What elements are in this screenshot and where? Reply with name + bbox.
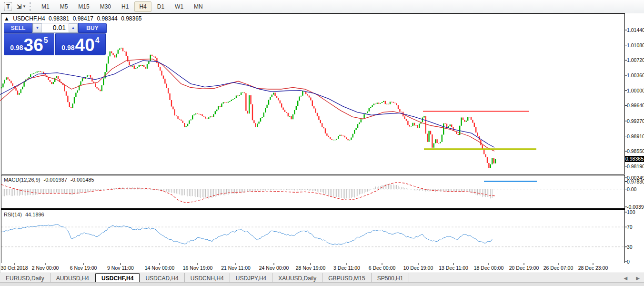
top-toolbar: T ⇲ ▼ M1M5M15M30H1H4D1W1MN bbox=[0, 0, 644, 13]
chart-tab-sp500-h1[interactable]: SP500,H1 bbox=[372, 273, 410, 283]
buy-price-small: 0.98 bbox=[61, 44, 74, 51]
collapse-triangle-icon[interactable]: ▲ bbox=[4, 15, 10, 22]
volume-increase-icon[interactable]: ▲ bbox=[69, 23, 78, 32]
chart-tab-usdchf-h4[interactable]: USDCHF,H4 bbox=[95, 273, 140, 283]
buy-price-big: 40 bbox=[75, 36, 95, 55]
tabs-holder: EURUSD,DailyAUDUSD,H4USDCHF,H4USDCAD,H4U… bbox=[0, 273, 409, 283]
timeframe-button-h1[interactable]: H1 bbox=[117, 1, 133, 12]
price-axis-label: 0.99640 bbox=[627, 102, 644, 108]
arrows-tool-icon[interactable]: ⇲ ▼ bbox=[16, 2, 27, 11]
sell-price-big: 36 bbox=[24, 36, 43, 55]
chart-symbol-period: USDCHF,H4 bbox=[13, 15, 45, 22]
volume-stepper: ▼ 0.01 ▲ bbox=[32, 23, 78, 33]
date-axis-label: 26 Dec 07:00 bbox=[543, 265, 573, 271]
date-axis-label: 20 Dec 19:00 bbox=[509, 265, 539, 271]
rsi-axis-label: 70 bbox=[627, 224, 633, 230]
date-axis-label: 13 Dec 11:00 bbox=[439, 265, 468, 271]
chart-tab-audusd-h4[interactable]: AUDUSD,H4 bbox=[50, 273, 95, 283]
sell-price-small: 0.98 bbox=[10, 44, 23, 51]
date-axis-label: 28 Dec 23:00 bbox=[578, 265, 608, 271]
rsi-value: 44.1896 bbox=[25, 212, 44, 217]
date-axis-label: 2 Nov 00:00 bbox=[32, 265, 59, 271]
sell-price-box[interactable]: 0.98 36 5 bbox=[4, 33, 54, 55]
date-axis-label: 10 Dec 19:00 bbox=[403, 265, 433, 271]
tab-scroll-left-icon[interactable]: ◀ bbox=[620, 276, 632, 281]
buy-price-box[interactable]: 0.98 40 4 bbox=[55, 33, 106, 55]
rsi-axis-label: 30 bbox=[627, 244, 633, 250]
price-axis-label: 1.00360 bbox=[627, 72, 644, 78]
date-axis-label: 3 Dec 11:00 bbox=[333, 265, 360, 271]
date-axis-label: 6 Nov 19:00 bbox=[70, 265, 97, 271]
buy-price-sup: 4 bbox=[95, 36, 100, 45]
chart-tab-usdcnh-h4[interactable]: USDCNH,H4 bbox=[185, 273, 230, 283]
chart-tab-xauusd-daily[interactable]: XAUUSD,Daily bbox=[272, 273, 322, 283]
date-axis-label: 16 Nov 19:00 bbox=[183, 265, 212, 271]
ohlc-high: 0.98417 bbox=[73, 15, 93, 22]
timeframe-button-d1[interactable]: D1 bbox=[152, 1, 169, 12]
timeframe-button-m5[interactable]: M5 bbox=[55, 1, 73, 12]
current-price-tag: 0.98365 bbox=[625, 156, 644, 162]
date-axis-label: 21 Nov 11:00 bbox=[221, 265, 251, 271]
volume-decrease-icon[interactable]: ▼ bbox=[33, 23, 42, 32]
timeframe-button-m15[interactable]: M15 bbox=[73, 1, 94, 12]
date-axis-label: 30 Oct 2018 bbox=[0, 265, 28, 271]
text-tool-icon[interactable]: T bbox=[3, 2, 13, 11]
price-scale-column[interactable] bbox=[625, 13, 644, 276]
one-click-trading-panel: SELL ▼ 0.01 ▲ BUY 0.98 36 5 0.98 40 4 bbox=[4, 23, 107, 55]
macd-value-signal: -0.001485 bbox=[70, 177, 94, 183]
timeframe-group: M1M5M15M30H1H4D1W1MN bbox=[36, 1, 208, 12]
date-axis-label: 18 Dec 00:00 bbox=[474, 265, 503, 271]
tab-scroll-right-icon[interactable]: ▶ bbox=[632, 276, 644, 281]
mt4-terminal-window: { "toolbar": { "text_tool_label": "T", "… bbox=[0, 0, 644, 286]
price-axis-label: 1.00000 bbox=[627, 88, 644, 93]
status-bar bbox=[0, 282, 644, 286]
price-axis-label: 0.98190 bbox=[627, 163, 644, 169]
chart-tab-eurusd-daily[interactable]: EURUSD,Daily bbox=[0, 273, 50, 283]
chevron-down-icon: ▼ bbox=[22, 4, 26, 9]
chart-tab-usdjpy-h4[interactable]: USDJPY,H4 bbox=[230, 273, 272, 283]
macd-label: MACD(12,26,9) bbox=[4, 177, 40, 183]
sell-price-sup: 5 bbox=[44, 36, 48, 45]
macd-value-main: -0.001937 bbox=[43, 177, 67, 183]
macd-label-row: MACD(12,26,9) -0.001937 -0.001485 bbox=[4, 177, 96, 183]
timeframe-button-mn[interactable]: MN bbox=[189, 1, 208, 12]
price-axis-label: 0.98910 bbox=[627, 133, 644, 139]
volume-input[interactable]: 0.01 bbox=[42, 23, 69, 32]
date-axis-label: 6 Dec 00:00 bbox=[369, 265, 396, 271]
buy-button[interactable]: BUY bbox=[78, 23, 107, 33]
rsi-axis-label: 0 bbox=[627, 259, 630, 265]
date-axis-label: 14 Nov 00:00 bbox=[145, 265, 174, 271]
sell-button[interactable]: SELL bbox=[4, 23, 32, 33]
toolbar-separator bbox=[30, 2, 33, 11]
timeframe-button-m1[interactable]: M1 bbox=[37, 1, 54, 12]
price-axis-label: 1.01080 bbox=[627, 42, 644, 48]
price-axis-label: 0.99270 bbox=[627, 118, 644, 124]
tab-scroll-arrows: ◀ ▶ bbox=[620, 273, 644, 283]
ohlc-open: 0.98381 bbox=[49, 15, 69, 22]
date-axis-label: 24 Nov 00:00 bbox=[259, 265, 289, 271]
chart-ohlc-header: ▲ USDCHF,H4 0.98381 0.98417 0.98344 0.98… bbox=[4, 15, 144, 22]
price-axis-label: 1.01440 bbox=[627, 27, 644, 33]
chart-tab-usdcad-h4[interactable]: USDCAD,H4 bbox=[140, 273, 184, 283]
timeframe-button-m30[interactable]: M30 bbox=[95, 1, 116, 12]
chart-tab-bar: EURUSD,DailyAUDUSD,H4USDCHF,H4USDCAD,H4U… bbox=[0, 273, 644, 283]
macd-axis-label: 0.002492 bbox=[627, 175, 644, 181]
price-axis-label: 1.00720 bbox=[627, 57, 644, 63]
rsi-label: RSI(14) bbox=[4, 212, 22, 217]
timeframe-button-w1[interactable]: W1 bbox=[170, 1, 188, 12]
ohlc-low: 0.98344 bbox=[97, 15, 117, 22]
date-axis-label: 9 Nov 11:00 bbox=[107, 265, 134, 271]
price-axis-label: 0.98550 bbox=[627, 148, 644, 154]
timeframe-button-h4[interactable]: H4 bbox=[134, 1, 151, 12]
chart-tab-gbpusd-m15[interactable]: GBPUSD,M15 bbox=[322, 273, 371, 283]
rsi-label-row: RSI(14) 44.1896 bbox=[4, 212, 46, 217]
macd-axis-label: 0.00 bbox=[627, 186, 636, 192]
rsi-axis-label: 100 bbox=[627, 209, 635, 215]
chart-area: ▲ USDCHF,H4 0.98381 0.98417 0.98344 0.98… bbox=[0, 13, 644, 273]
ohlc-close: 0.98365 bbox=[121, 15, 141, 22]
date-axis-label: 28 Nov 19:00 bbox=[296, 265, 325, 271]
